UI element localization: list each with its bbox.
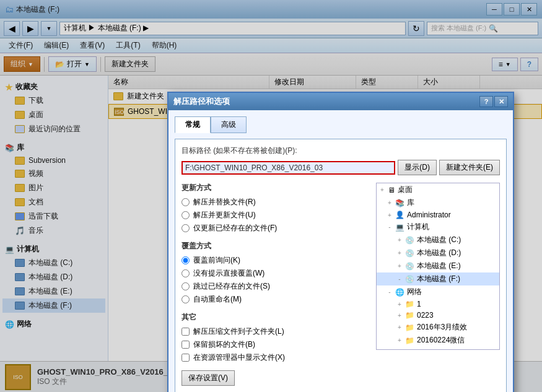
dialog-content: 目标路径 (如果不存在将被创建)(P): 显示(D) 新建文件夹(E) 更新方式… (175, 139, 507, 392)
dialog-content-split: 更新方式 解压并替换文件(R) 解压并更新文件(U) (181, 183, 500, 386)
cb-show-explorer-label: 在资源管理器中显示文件(X) (193, 352, 285, 363)
dialog-title-controls: ? ✕ (479, 96, 508, 107)
tree-toggle-icon: + (396, 337, 403, 344)
radio-freshen-input[interactable] (181, 224, 190, 232)
tree-item-label: 本地磁盘 (F:) (417, 274, 460, 284)
radio-freshen-label: 仅更新已经存在的文件(F) (193, 223, 277, 233)
tree-item-label: 网络 (407, 287, 422, 297)
radio-skip-input[interactable] (181, 282, 190, 290)
radio-rename-input[interactable] (181, 295, 190, 303)
tree-item-label: 计算机 (407, 222, 429, 232)
tree-item-label: 库 (407, 198, 414, 208)
tree-item-label: 2016年3月绩效 (417, 322, 467, 333)
tree-item-0223[interactable]: + 📁 0223 (377, 310, 499, 321)
dialog-title: 解压路径和选项 (173, 96, 230, 107)
tree-item-20160225[interactable]: + 📁 20160225微信 (377, 347, 499, 350)
tree-toggle-icon: - (396, 276, 403, 282)
tree-item-label: 桌面 (398, 185, 413, 195)
dialog-overlay: 解压路径和选项 ? ✕ 常规 高级 目标路径 (如果不存在将被创建)(P): 显… (0, 0, 542, 392)
cb-keep-broken[interactable]: 保留损坏的文件(B) (181, 339, 371, 350)
tree-toggle-icon: + (396, 312, 403, 319)
show-button[interactable]: 显示(D) (398, 160, 437, 175)
save-settings-button[interactable]: 保存设置(V) (181, 370, 235, 386)
hdd-tree-icon: 💿 (405, 249, 414, 258)
target-input-row: 显示(D) 新建文件夹(E) (181, 160, 500, 175)
tree-item-library[interactable]: + 📚 库 (377, 196, 499, 209)
directory-tree[interactable]: + 🖥 桌面 + 📚 库 + 👤 Administrator (376, 183, 500, 350)
computer-tree-icon: 💻 (395, 223, 404, 232)
target-label: 目标路径 (如果不存在将被创建)(P): (181, 146, 500, 156)
hdd-tree-icon: 💿 (405, 262, 414, 271)
cb-keep-broken-label: 保留损坏的文件(B) (193, 339, 255, 350)
dialog-body: 常规 高级 目标路径 (如果不存在将被创建)(P): 显示(D) 新建文件夹(E… (168, 110, 513, 392)
radio-replace-input[interactable] (181, 198, 190, 206)
extract-dialog: 解压路径和选项 ? ✕ 常规 高级 目标路径 (如果不存在将被创建)(P): 显… (167, 92, 514, 392)
hdd-tree-icon: 💿 (405, 236, 414, 245)
radio-replace[interactable]: 解压并替换文件(R) (181, 197, 371, 207)
tree-item-desktop[interactable]: + 🖥 桌面 (377, 183, 499, 196)
radio-noask-label: 没有提示直接覆盖(W) (193, 268, 264, 279)
tree-item-computer[interactable]: - 💻 计算机 (377, 220, 499, 233)
tab-general[interactable]: 常规 (175, 116, 211, 133)
tree-item-1[interactable]: + 📁 1 (377, 298, 499, 310)
radio-update-label: 解压并更新文件(U) (193, 210, 256, 220)
tree-toggle-icon: + (396, 324, 403, 331)
dialog-close-button[interactable]: ✕ (494, 96, 508, 107)
tab-advanced[interactable]: 高级 (211, 116, 247, 133)
tree-item-d[interactable]: + 💿 本地磁盘 (D:) (377, 246, 499, 259)
library-tree-icon: 📚 (395, 199, 404, 207)
tree-item-label: 本地磁盘 (D:) (417, 248, 461, 258)
user-icon: 👤 (395, 211, 404, 219)
tree-toggle-icon: + (396, 237, 403, 243)
tree-toggle-icon: - (387, 289, 393, 295)
radio-update-input[interactable] (181, 211, 190, 219)
tree-toggle-icon: + (379, 186, 385, 193)
tree-toggle-icon: + (396, 263, 403, 269)
radio-rename-label: 自动重命名(M) (193, 294, 242, 305)
tree-toggle-icon: + (396, 250, 403, 256)
folder-tree-icon: 📁 (405, 323, 414, 332)
new-folder-dialog-button[interactable]: 新建文件夹(E) (439, 160, 500, 175)
tree-item-2016march[interactable]: + 📁 2016年3月绩效 (377, 321, 499, 334)
radio-noask[interactable]: 没有提示直接覆盖(W) (181, 268, 371, 279)
tree-item-label: 1 (417, 300, 421, 308)
other-group: 解压压缩文件到子文件夹(L) 保留损坏的文件(B) 在资源管理器中显示文件(X) (181, 326, 371, 363)
tree-toggle-icon: - (387, 224, 393, 230)
tree-item-e[interactable]: + 💿 本地磁盘 (E:) (377, 259, 499, 272)
cb-subfolder[interactable]: 解压压缩文件到子文件夹(L) (181, 326, 371, 337)
tree-item-label: Administrator (407, 211, 451, 219)
radio-rename[interactable]: 自动重命名(M) (181, 294, 371, 305)
cb-show-explorer[interactable]: 在资源管理器中显示文件(X) (181, 352, 371, 363)
update-mode-group: 解压并替换文件(R) 解压并更新文件(U) 仅更新已经存在的文件(F) (181, 197, 371, 233)
dialog-left: 更新方式 解压并替换文件(R) 解压并更新文件(U) (181, 183, 371, 386)
desktop-folder-icon: 🖥 (388, 186, 395, 194)
dialog-question-button[interactable]: ? (479, 96, 493, 107)
tree-item-f[interactable]: - 💿 本地磁盘 (F:) (377, 272, 499, 285)
radio-freshen[interactable]: 仅更新已经存在的文件(F) (181, 223, 371, 233)
folder-tree-icon: 📁 (405, 349, 414, 351)
dialog-title-bar: 解压路径和选项 ? ✕ (168, 93, 513, 110)
radio-ask-input[interactable] (181, 256, 190, 264)
tree-item-label: 20160225微信 (417, 348, 465, 350)
tree-item-label: 0223 (417, 311, 434, 320)
radio-skip[interactable]: 跳过已经存在的文件(S) (181, 281, 371, 292)
cb-show-explorer-input[interactable] (181, 354, 190, 362)
radio-ask[interactable]: 覆盖前询问(K) (181, 255, 371, 266)
radio-noask-input[interactable] (181, 269, 190, 277)
hdd-tree-icon: 💿 (405, 275, 414, 284)
tree-toggle-icon: + (396, 301, 403, 308)
tree-item-label: 本地磁盘 (E:) (417, 261, 461, 271)
target-path-input[interactable] (181, 161, 395, 175)
cb-subfolder-input[interactable] (181, 328, 190, 336)
tree-item-c[interactable]: + 💿 本地磁盘 (C:) (377, 233, 499, 246)
tree-item-network[interactable]: - 🌐 网络 (377, 285, 499, 298)
tree-item-20160224[interactable]: + 📁 20160224微信 (377, 334, 499, 347)
cb-subfolder-label: 解压压缩文件到子文件夹(L) (193, 326, 284, 337)
tree-toggle-icon: + (387, 199, 393, 206)
cb-keep-broken-input[interactable] (181, 341, 190, 349)
radio-update[interactable]: 解压并更新文件(U) (181, 210, 371, 220)
overwrite-mode-label: 覆盖方式 (181, 241, 371, 251)
dialog-tabs: 常规 高级 (175, 116, 507, 133)
tree-item-label: 20160224微信 (417, 335, 465, 346)
tree-item-admin[interactable]: + 👤 Administrator (377, 209, 499, 220)
